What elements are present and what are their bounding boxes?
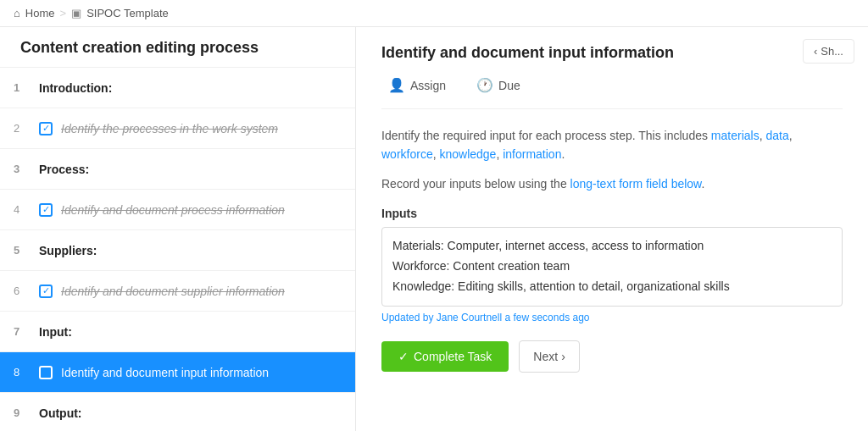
task-item-2[interactable]: 2 ✓ Identify the processes in the work s… [0, 108, 355, 149]
checkmark-2: ✓ [42, 123, 50, 134]
task-number-3: 3 [14, 163, 31, 175]
inputs-line3: Knowledge: Editing skills, attention to … [392, 277, 832, 297]
highlight-data: data [765, 129, 788, 142]
task-list: 1 Introduction: 2 ✓ Identify the process… [0, 68, 355, 431]
highlight-knowledge: knowledge [439, 147, 496, 161]
task-label-4: Identify and document process informatio… [61, 203, 285, 217]
due-icon: 🕐 [476, 77, 493, 93]
task-label-6: Identify and document supplier informati… [61, 285, 285, 298]
task-number-4: 4 [14, 203, 31, 216]
description-line1: Identify the required input for each pro… [381, 126, 843, 145]
task-label-8: Identify and document input information [61, 366, 269, 379]
next-chevron-icon: › [561, 350, 565, 363]
task-item-8[interactable]: 8 Identify and document input informatio… [0, 352, 355, 393]
collapse-button[interactable]: ‹ Sh... [803, 39, 854, 64]
task-checkbox-6: ✓ [39, 285, 53, 298]
home-icon[interactable]: ⌂ [14, 7, 20, 19]
breadcrumb: ⌂ Home > ▣ SIPOC Template [0, 0, 868, 27]
task-label-2: Identify the processes in the work syste… [61, 122, 278, 135]
task-item-4[interactable]: 4 ✓ Identify and document process inform… [0, 190, 355, 230]
inputs-label: Inputs [381, 207, 843, 220]
task-item-9[interactable]: 9 Output: [0, 393, 355, 431]
task-number-8: 8 [14, 366, 31, 379]
task-item-7[interactable]: 7 Input: [0, 312, 355, 352]
description-line2: workforce, knowledge, information. [381, 145, 843, 163]
task-item-3[interactable]: 3 Process: [0, 149, 355, 190]
task-label-7: Input: [39, 325, 72, 339]
inputs-box[interactable]: Materials: Computer, internet access, ac… [381, 227, 843, 306]
task-item-6[interactable]: 6 ✓ Identify and document supplier infor… [0, 271, 355, 312]
task-number-1: 1 [14, 81, 31, 94]
task-label-9: Output: [39, 406, 82, 420]
highlight-information: information [503, 147, 561, 161]
task-number-6: 6 [14, 285, 31, 297]
next-label: Next [533, 350, 558, 363]
task-number-5: 5 [14, 244, 31, 257]
assign-icon: 👤 [388, 77, 405, 93]
main-content: Content creation editing process 1 Intro… [0, 27, 868, 431]
task-number-2: 2 [14, 122, 31, 135]
app-container: ⌂ Home > ▣ SIPOC Template Content creati… [0, 0, 868, 431]
updated-text: Updated by Jane Courtnell a few seconds … [381, 312, 843, 323]
task-label-5: Suppliers: [39, 244, 97, 257]
task-checkbox-4: ✓ [39, 203, 53, 217]
task-meta: 👤 Assign 🕐 Due [381, 74, 843, 109]
task-description: Identify the required input for each pro… [381, 126, 843, 164]
highlight-form: long-text form field below [570, 177, 702, 191]
task-checkbox-2: ✓ [39, 122, 53, 135]
page-title: Content creation editing process [0, 27, 355, 68]
right-panel: ‹ Sh... Identify and document input info… [356, 27, 868, 431]
task-checkbox-8 [39, 366, 53, 379]
complete-task-button[interactable]: ✓ Complete Task [381, 341, 509, 372]
checkmark-4: ✓ [42, 204, 50, 215]
collapse-label: Sh... [821, 45, 843, 58]
task-number-9: 9 [14, 406, 31, 419]
task-label-1: Introduction: [39, 81, 112, 95]
checkmark-6: ✓ [42, 285, 50, 296]
due-label: Due [498, 79, 520, 92]
assign-label: Assign [410, 79, 446, 92]
sipoc-icon: ▣ [71, 7, 81, 19]
inputs-line1: Materials: Computer, internet access, ac… [392, 236, 832, 257]
next-button[interactable]: Next › [519, 340, 579, 373]
task-item-5[interactable]: 5 Suppliers: [0, 230, 355, 271]
assign-button[interactable]: 👤 Assign [381, 74, 453, 97]
highlight-workforce: workforce [381, 147, 433, 161]
action-buttons: ✓ Complete Task Next › [381, 340, 843, 373]
breadcrumb-home[interactable]: Home [25, 7, 55, 19]
complete-check-icon: ✓ [398, 350, 409, 363]
inputs-line2: Workforce: Content creation team [392, 257, 832, 277]
task-number-7: 7 [14, 325, 31, 338]
description-record: Record your inputs below using the long-… [381, 174, 843, 193]
task-item-1[interactable]: 1 Introduction: [0, 68, 355, 108]
left-panel: Content creation editing process 1 Intro… [0, 27, 356, 431]
chevron-left-icon: ‹ [814, 45, 817, 58]
complete-task-label: Complete Task [414, 350, 492, 363]
breadcrumb-separator: > [60, 7, 67, 19]
highlight-materials: materials [711, 129, 760, 142]
breadcrumb-template[interactable]: SIPOC Template [86, 7, 169, 19]
right-task-title: Identify and document input information [381, 44, 843, 62]
due-button[interactable]: 🕐 Due [470, 74, 527, 97]
task-label-3: Process: [39, 163, 89, 176]
